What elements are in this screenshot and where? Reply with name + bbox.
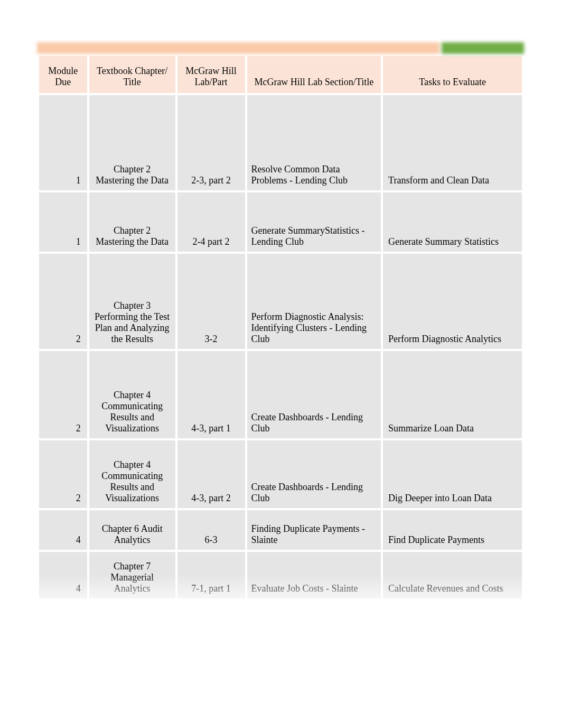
cell-section: Evaluate Job Costs - Slainte <box>247 552 381 598</box>
header-chapter: Textbook Chapter/ Title <box>89 56 175 93</box>
top-accent-bar <box>37 42 524 54</box>
table-row: 2 Chapter 4 Communicating Results and Vi… <box>39 351 522 438</box>
cell-module: 1 <box>39 95 87 190</box>
cell-lab: 7-1, part 1 <box>177 552 245 598</box>
cell-lab: 4-3, part 1 <box>177 351 245 438</box>
cell-section: Resolve Common Data Problems - Lending C… <box>247 95 381 190</box>
cell-chapter: Chapter 4 Communicating Results and Visu… <box>89 440 175 508</box>
cell-lab: 4-3, part 2 <box>177 440 245 508</box>
cell-module: 2 <box>39 351 87 438</box>
schedule-table: Module Due Textbook Chapter/ Title McGra… <box>37 54 524 601</box>
cell-chapter: Chapter 7 Managerial Analytics <box>89 552 175 598</box>
cell-tasks: Summarize Loan Data <box>383 351 522 438</box>
cell-section: Generate SummaryStatistics - Lending Clu… <box>247 192 381 252</box>
cell-lab: 2-4 part 2 <box>177 192 245 252</box>
cell-module: 2 <box>39 254 87 349</box>
header-lab: McGraw Hill Lab/Part <box>177 56 245 93</box>
schedule-table-wrapper: Module Due Textbook Chapter/ Title McGra… <box>37 42 524 601</box>
cell-lab: 2-3, part 2 <box>177 95 245 190</box>
cell-lab: 6-3 <box>177 510 245 550</box>
cell-chapter: Chapter 6 Audit Analytics <box>89 510 175 550</box>
header-row: Module Due Textbook Chapter/ Title McGra… <box>39 56 522 93</box>
accent-bar-peach-1 <box>37 42 323 54</box>
accent-bar-green <box>442 42 524 54</box>
cell-chapter: Chapter 2 Mastering the Data <box>89 192 175 252</box>
header-module: Module Due <box>39 56 87 93</box>
table-row: 1 Chapter 2 Mastering the Data 2-3, part… <box>39 95 522 190</box>
cell-tasks: Calculate Revenues and Costs <box>383 552 522 598</box>
table-row: 2 Chapter 4 Communicating Results and Vi… <box>39 440 522 508</box>
table-row: 4 Chapter 7 Managerial Analytics 7-1, pa… <box>39 552 522 598</box>
cell-tasks: Perform Diagnostic Analytics <box>383 254 522 349</box>
cell-chapter: Chapter 2 Mastering the Data <box>89 95 175 190</box>
cell-section: Perform Diagnostic Analysis: Identifying… <box>247 254 381 349</box>
cell-tasks: Find Duplicate Payments <box>383 510 522 550</box>
cell-tasks: Transform and Clean Data <box>383 95 522 190</box>
cell-chapter: Chapter 3 Performing the Test Plan and A… <box>89 254 175 349</box>
cell-section: Create Dashboards - Lending Club <box>247 440 381 508</box>
cell-tasks: Dig Deeper into Loan Data <box>383 440 522 508</box>
cell-module: 4 <box>39 510 87 550</box>
table-row: 1 Chapter 2 Mastering the Data 2-4 part … <box>39 192 522 252</box>
cell-section: Create Dashboards - Lending Club <box>247 351 381 438</box>
accent-bar-peach-2 <box>323 42 440 54</box>
cell-module: 1 <box>39 192 87 252</box>
cell-tasks: Generate Summary Statistics <box>383 192 522 252</box>
table-row: 2 Chapter 3 Performing the Test Plan and… <box>39 254 522 349</box>
cell-module: 4 <box>39 552 87 598</box>
cell-section: Finding Duplicate Payments - Slainte <box>247 510 381 550</box>
header-section: McGraw Hill Lab Section/Title <box>247 56 381 93</box>
table-row: 4 Chapter 6 Audit Analytics 6-3 Finding … <box>39 510 522 550</box>
header-tasks: Tasks to Evaluate <box>383 56 522 93</box>
cell-lab: 3-2 <box>177 254 245 349</box>
cell-chapter: Chapter 4 Communicating Results and Visu… <box>89 351 175 438</box>
cell-module: 2 <box>39 440 87 508</box>
